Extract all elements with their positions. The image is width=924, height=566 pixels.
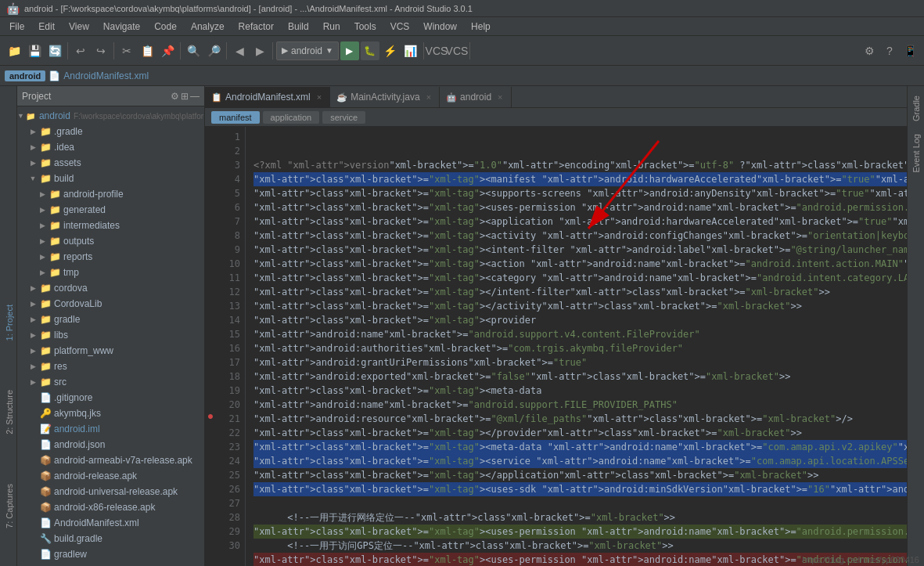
menu-help[interactable]: Help — [465, 20, 497, 34]
tree-item-AndroidManifest[interactable]: 📄AndroidManifest.xml — [17, 515, 204, 531]
tree-item-CordovaLib[interactable]: ▶📁CordovaLib — [17, 296, 204, 312]
tree-item-build-gradle[interactable]: 🔧build.gradle — [17, 531, 204, 546]
captures-tab[interactable]: 7: Captures — [2, 478, 17, 535]
breadcrumb-bar: android 📄 AndroidManifest.xml — [0, 66, 924, 86]
coverage-btn[interactable]: ⚡ — [381, 41, 400, 60]
project-header: Project ⚙ ⊞ — — [17, 86, 204, 106]
toolbar-back-btn[interactable]: ◀ — [230, 41, 249, 60]
tree-root[interactable]: ▼ 📁 android F:\workspace\cordova\akymbq\… — [17, 108, 204, 124]
code-line-14: "xml-attr">android:authorities"xml-brack… — [253, 341, 907, 355]
tree-item-outputs[interactable]: ▶📁outputs — [17, 233, 204, 249]
tab-android[interactable]: 🤖 android × — [440, 87, 511, 107]
android-tab-close[interactable]: × — [498, 92, 502, 102]
code-content[interactable]: <?xml "xml-attr">version"xml-bracket">="… — [246, 127, 907, 566]
toolbar-fwd-btn[interactable]: ▶ — [250, 41, 269, 60]
tree-item-build[interactable]: ▼📁build — [17, 171, 204, 186]
tab-android-manifest[interactable]: 📋 AndroidManifest.xml × — [205, 87, 330, 107]
vcs-btn[interactable]: VCS — [427, 41, 446, 60]
menu-edit[interactable]: Edit — [32, 20, 61, 34]
toolbar-refresh-btn[interactable]: 🔄 — [45, 41, 64, 60]
tree-item-android-armeabi[interactable]: 📦android-armeabi-v7a-release.apk — [17, 452, 204, 468]
tree-item-res[interactable]: ▶📁res — [17, 359, 204, 374]
tree-item-android-profile[interactable]: ▶📁android-profile — [17, 186, 204, 202]
tree-item-android-json[interactable]: 📄android.json — [17, 437, 204, 452]
vcs2-btn[interactable]: VCS — [448, 41, 466, 60]
tree-item-src[interactable]: ▶📁src — [17, 374, 204, 390]
menu-view[interactable]: View — [63, 20, 95, 34]
code-line-11: "xml-attr">class"xml-bracket">="xml-tag"… — [253, 299, 907, 313]
menu-tools[interactable]: Tools — [348, 20, 383, 34]
tree-item-android-release[interactable]: 📦android-release.apk — [17, 468, 204, 484]
subtab-manifest[interactable]: manifest — [211, 111, 260, 124]
toolbar-save-btn[interactable]: 💾 — [25, 41, 44, 60]
menu-navigate[interactable]: Navigate — [97, 20, 146, 34]
root-path: F:\workspace\cordova\akymbq\platforms\an… — [74, 112, 204, 121]
manifest-tab-close[interactable]: × — [317, 92, 322, 102]
event-log-tab[interactable]: Event Log — [909, 128, 923, 179]
profile-btn[interactable]: 📊 — [401, 41, 420, 60]
toolbar-open-btn[interactable]: 📁 — [5, 41, 23, 60]
toolbar-copy-btn[interactable]: 📋 — [138, 41, 156, 60]
project-tab[interactable]: 1: Project — [2, 298, 17, 347]
breadcrumb-file-link[interactable]: AndroidManifest.xml — [63, 70, 149, 81]
android-tab-icon: 🤖 — [446, 92, 457, 103]
run-config-dropdown[interactable]: ▶ android ▼ — [276, 41, 339, 60]
tree-item-android-x86[interactable]: 📦android-x86-release.apk — [17, 499, 204, 515]
tree-icon-android-x86: 📦 — [39, 501, 52, 514]
tree-item-generated[interactable]: ▶📁generated — [17, 202, 204, 218]
tree-item-android-universal[interactable]: 📦android-universal-release.apk — [17, 484, 204, 499]
tree-item-intermediates[interactable]: ▶📁intermediates — [17, 218, 204, 233]
menu-refactor[interactable]: Refactor — [232, 20, 280, 34]
toolbar-paste-btn[interactable]: 📌 — [158, 41, 177, 60]
tree-item-gitignore[interactable]: 📄.gitignore — [17, 390, 204, 406]
toolbar-redo-btn[interactable]: ↪ — [92, 41, 110, 60]
tree-item-libs[interactable]: ▶📁libs — [17, 327, 204, 343]
subtab-application[interactable]: application — [263, 111, 320, 124]
tree-item-tmp[interactable]: ▶📁tmp — [17, 265, 204, 280]
help-btn[interactable]: ? — [880, 41, 899, 60]
menu-analyze[interactable]: Analyze — [185, 20, 231, 34]
settings-btn[interactable]: ⚙ — [860, 41, 879, 60]
sep1 — [67, 42, 68, 59]
tree-item-gradle-dir[interactable]: ▶📁gradle — [17, 312, 204, 327]
debug-button[interactable]: 🐛 — [361, 41, 379, 60]
manifest-tab-label: AndroidManifest.xml — [225, 92, 311, 103]
gradle-tab[interactable]: Gradle — [909, 89, 923, 128]
tree-item-platform_www[interactable]: ▶📁platform_www — [17, 343, 204, 359]
toolbar-undo-btn[interactable]: ↩ — [71, 41, 90, 60]
toolbar-cut-btn[interactable]: ✂ — [117, 41, 136, 60]
subtab-service[interactable]: service — [322, 111, 365, 124]
tree-item-idea[interactable]: ▶📁.idea — [17, 139, 204, 155]
tree-item-cordova[interactable]: ▶📁cordova — [17, 280, 204, 296]
tree-item-android-iml[interactable]: 📝android.iml — [17, 421, 204, 437]
tree-item-akymbq-jks[interactable]: 🔑akymbq.jks — [17, 406, 204, 421]
root-arrow: ▼ — [17, 112, 24, 120]
tree-item-assets[interactable]: ▶📁assets — [17, 155, 204, 171]
android-tab-label: android — [460, 92, 491, 103]
title-bar: 🤖 android - [F:\workspace\cordova\akymbq… — [0, 0, 924, 17]
menu-build[interactable]: Build — [282, 20, 315, 34]
toolbar-replace-btn[interactable]: 🔎 — [204, 41, 223, 60]
toolbar-search-btn[interactable]: 🔍 — [184, 41, 203, 60]
menu-file[interactable]: File — [3, 20, 31, 34]
header-settings-icon[interactable]: ⚙ — [171, 91, 179, 102]
menu-run[interactable]: Run — [317, 20, 347, 34]
tree-item-reports[interactable]: ▶📁reports — [17, 249, 204, 265]
code-line-23: "xml-attr">class"xml-bracket">="xml-tag"… — [253, 468, 907, 482]
structure-tab[interactable]: 2: Structure — [2, 384, 17, 441]
menu-vcs[interactable]: VCS — [384, 20, 416, 34]
tab-main-activity[interactable]: ☕ MainActivity.java × — [330, 87, 440, 107]
tree-item-gradlew[interactable]: 📄gradlew — [17, 546, 204, 562]
menu-window[interactable]: Window — [417, 20, 463, 34]
project-header-icons: ⚙ ⊞ — — [171, 91, 200, 102]
tree-item-gradle[interactable]: ▶📁.gradle — [17, 124, 204, 139]
header-collapse-icon[interactable]: — — [190, 91, 200, 102]
tree-icon-build: 📁 — [39, 172, 52, 185]
run-button[interactable]: ▶ — [340, 41, 359, 60]
android-device-btn[interactable]: 📱 — [901, 41, 919, 60]
java-tab-close[interactable]: × — [426, 92, 431, 102]
header-expand-icon[interactable]: ⊞ — [181, 91, 189, 102]
code-line-1: <?xml "xml-attr">version"xml-bracket">="… — [253, 158, 907, 172]
menu-code[interactable]: Code — [148, 20, 183, 34]
code-line-10: "xml-attr">class"xml-bracket">="xml-tag"… — [253, 285, 907, 299]
